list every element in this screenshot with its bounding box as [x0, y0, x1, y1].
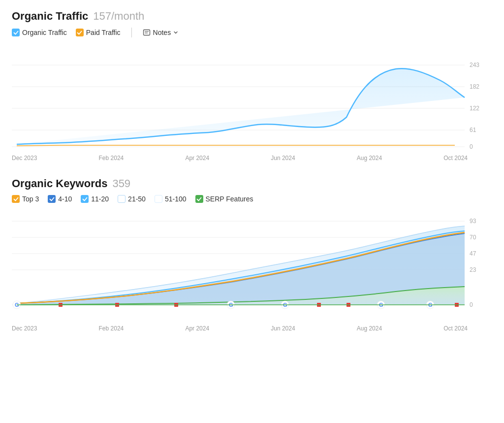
organic-traffic-section: Organic Traffic 157/month Organic Traffi…	[12, 10, 492, 162]
checkbox-serp[interactable]	[195, 195, 203, 203]
notes-icon	[143, 29, 151, 36]
x-label-jun24: Jun 2024	[271, 155, 295, 162]
kw-x-label-apr24: Apr 2024	[185, 325, 209, 332]
organic-traffic-chart-area: 243 182 122 61 0 Dec 2023	[12, 43, 492, 162]
organic-traffic-svg: 243 182 122 61 0	[12, 43, 479, 152]
kw-x-label-jun24: Jun 2024	[271, 325, 295, 332]
organic-traffic-label: Organic Traffic	[12, 10, 88, 23]
svg-text:70: 70	[470, 234, 476, 241]
organic-traffic-chart: 243 182 122 61 0 Dec 2023	[12, 43, 492, 162]
organic-keywords-chart-area: 93 70 47 23 0	[12, 209, 492, 332]
organic-keywords-value: 359	[112, 177, 130, 190]
svg-text:243: 243	[470, 62, 479, 68]
organic-keywords-title: Organic Keywords 359	[12, 177, 492, 190]
notes-button[interactable]: Notes	[143, 29, 179, 36]
checkbox-paid[interactable]	[76, 29, 84, 36]
kw-x-label-oct24: Oct 2024	[443, 325, 468, 332]
x-label-aug24: Aug 2024	[357, 155, 382, 162]
legend-paid-label: Paid Traffic	[86, 29, 121, 36]
svg-text:61: 61	[470, 127, 476, 133]
x-label-feb24: Feb 2024	[99, 155, 124, 162]
organic-traffic-value: 157/month	[93, 10, 144, 23]
legend-paid-traffic[interactable]: Paid Traffic	[76, 29, 121, 36]
legend-51-100-label: 51-100	[165, 195, 187, 203]
x-label-apr24: Apr 2024	[185, 155, 209, 162]
legend-top3-label: Top 3	[22, 195, 39, 203]
legend-serp-features[interactable]: SERP Features	[195, 195, 253, 203]
legend-11-20[interactable]: 11-20	[81, 195, 109, 203]
organic-keywords-x-axis: Dec 2023 Feb 2024 Apr 2024 Jun 2024 Aug …	[12, 325, 492, 332]
svg-rect-0	[143, 30, 150, 35]
organic-keywords-svg: 93 70 47 23 0	[12, 209, 479, 322]
checkbox-11-20[interactable]	[81, 195, 89, 203]
organic-keywords-chart: 93 70 47 23 0	[12, 209, 492, 332]
organic-keywords-label: Organic Keywords	[12, 177, 107, 190]
x-label-dec23: Dec 2023	[12, 155, 37, 162]
checkbox-21-50[interactable]	[118, 195, 126, 203]
legend-21-50[interactable]: 21-50	[118, 195, 146, 203]
legend-divider	[131, 28, 132, 37]
organic-traffic-legend: Organic Traffic Paid Traffic Notes	[12, 28, 492, 37]
svg-text:0: 0	[470, 143, 473, 150]
checkbox-top3[interactable]	[12, 195, 20, 203]
legend-4-10[interactable]: 4-10	[48, 195, 72, 203]
kw-x-label-dec23: Dec 2023	[12, 325, 37, 332]
legend-51-100[interactable]: 51-100	[155, 195, 187, 203]
legend-11-20-label: 11-20	[91, 195, 109, 203]
kw-x-label-aug24: Aug 2024	[357, 325, 382, 332]
svg-text:182: 182	[470, 83, 479, 90]
notes-label: Notes	[153, 29, 171, 36]
checkbox-organic[interactable]	[12, 29, 20, 36]
organic-keywords-section: Organic Keywords 359 Top 3 4-10 11-20	[12, 177, 492, 332]
legend-serp-label: SERP Features	[206, 195, 253, 203]
kw-x-label-feb24: Feb 2024	[99, 325, 124, 332]
checkbox-51-100[interactable]	[155, 195, 162, 203]
x-label-oct24: Oct 2024	[443, 155, 468, 162]
checkbox-4-10[interactable]	[48, 195, 56, 203]
organic-traffic-x-axis: Dec 2023 Feb 2024 Apr 2024 Jun 2024 Aug …	[12, 155, 492, 162]
svg-text:122: 122	[470, 105, 479, 112]
legend-organic-traffic[interactable]: Organic Traffic	[12, 29, 67, 36]
svg-text:47: 47	[470, 250, 476, 257]
legend-top3[interactable]: Top 3	[12, 195, 39, 203]
organic-keywords-legend: Top 3 4-10 11-20 21-50 51-100	[12, 195, 492, 203]
organic-traffic-title: Organic Traffic 157/month	[12, 10, 492, 23]
svg-text:0: 0	[470, 301, 473, 308]
legend-4-10-label: 4-10	[58, 195, 72, 203]
legend-21-50-label: 21-50	[128, 195, 146, 203]
chevron-down-icon	[173, 30, 178, 35]
svg-text:23: 23	[470, 266, 476, 273]
svg-text:93: 93	[470, 218, 476, 225]
legend-organic-label: Organic Traffic	[22, 29, 67, 36]
